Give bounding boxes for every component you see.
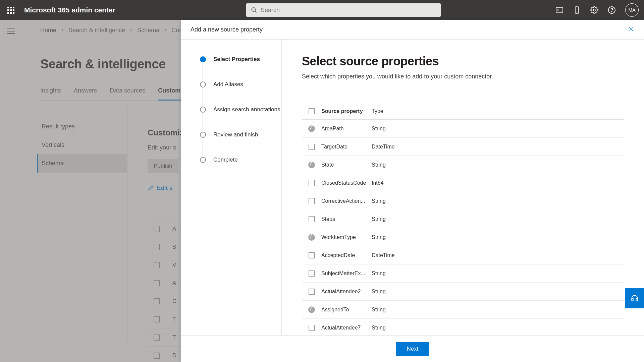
checkmark-locked-icon — [308, 306, 315, 313]
help-icon[interactable] — [608, 6, 616, 14]
svg-line-1 — [255, 11, 257, 12]
property-name: Steps — [321, 216, 372, 222]
step-label: Select Properties — [213, 56, 260, 63]
property-type: String — [372, 307, 386, 313]
property-type: DateTime — [372, 252, 395, 258]
property-type: String — [372, 325, 386, 331]
row-checkbox[interactable] — [309, 252, 315, 258]
content-subtitle: Select which properties you would like t… — [302, 73, 624, 80]
search-box[interactable] — [246, 3, 441, 17]
svg-point-7 — [611, 11, 612, 12]
property-type: Int64 — [372, 180, 384, 186]
step-label: Add Aliases — [213, 81, 243, 88]
property-type: String — [372, 198, 386, 204]
property-row: StateString — [302, 156, 624, 174]
checkmark-locked-icon — [308, 234, 315, 241]
flyout-footer: Next — [181, 335, 644, 362]
property-row: CorrectiveAction...String — [302, 192, 624, 210]
svg-point-5 — [593, 9, 595, 11]
row-checkbox[interactable] — [309, 216, 315, 222]
column-header-source-property: Source property — [321, 108, 372, 114]
property-row: ActualAttendee7String — [302, 319, 624, 335]
feedback-button[interactable] — [625, 288, 644, 308]
property-row: AreaPathString — [302, 120, 624, 138]
page-body: Home Search & intelligence Schema Conn… … — [0, 20, 644, 362]
property-name: AreaPath — [321, 126, 372, 132]
step-item[interactable]: Assign search annotations — [200, 107, 281, 132]
column-header-type: Type — [372, 108, 383, 114]
step-dot-icon — [200, 81, 206, 87]
property-type: DateTime — [372, 144, 395, 150]
property-row: ActualAttendee2String — [302, 283, 624, 301]
flyout-body: Select PropertiesAdd AliasesAssign searc… — [181, 40, 644, 335]
app-title: Microsoft 365 admin center — [24, 6, 115, 14]
step-item[interactable]: Complete — [200, 157, 281, 163]
headset-icon — [630, 294, 639, 303]
svg-rect-2 — [556, 7, 563, 13]
property-name: ActualAttendee7 — [321, 325, 372, 331]
table-header-row: Source property Type — [302, 103, 624, 120]
property-name: AcceptedDate — [321, 252, 372, 258]
step-dot-icon — [200, 157, 206, 163]
flyout-panel: Add a new source property Select Propert… — [181, 20, 644, 362]
row-checkbox[interactable] — [309, 198, 315, 204]
checkmark-locked-icon — [308, 162, 315, 168]
flyout-title: Add a new source property — [191, 26, 263, 33]
row-checkbox[interactable] — [309, 289, 315, 295]
svg-point-0 — [252, 8, 255, 11]
property-type: String — [372, 289, 386, 295]
search-icon — [251, 7, 257, 13]
property-row: AcceptedDateDateTime — [302, 246, 624, 264]
row-checkbox[interactable] — [309, 270, 315, 277]
property-row: ClosedStatusCodeInt64 — [302, 174, 624, 192]
row-checkbox[interactable] — [309, 144, 315, 150]
property-row: TargetDateDateTime — [302, 138, 624, 156]
step-dot-icon — [200, 132, 206, 138]
close-button[interactable] — [628, 26, 635, 34]
property-type: String — [372, 126, 386, 132]
property-row: AssignedToString — [302, 301, 624, 319]
flyout-header: Add a new source property — [181, 20, 644, 40]
step-label: Complete — [213, 157, 238, 163]
row-checkbox[interactable] — [309, 325, 315, 331]
checkmark-locked-icon — [308, 125, 315, 132]
row-checkbox[interactable] — [309, 180, 315, 186]
property-row: WorkItemTypeString — [302, 228, 624, 246]
step-label: Review and finish — [213, 131, 258, 138]
mobile-icon[interactable] — [573, 6, 581, 14]
property-name: SubjectMatterEx... — [321, 270, 372, 277]
property-type: String — [372, 234, 386, 240]
step-item[interactable]: Select Properties — [200, 56, 281, 81]
property-name: State — [321, 162, 372, 168]
property-name: ActualAttendee2 — [321, 289, 372, 295]
property-type: String — [372, 216, 386, 222]
step-item[interactable]: Review and finish — [200, 132, 281, 157]
property-type: String — [372, 162, 386, 168]
close-icon — [628, 26, 635, 33]
property-name: ClosedStatusCode — [321, 180, 372, 186]
select-all-checkbox[interactable] — [309, 108, 315, 114]
property-name: WorkItemType — [321, 234, 372, 240]
stepper: Select PropertiesAdd AliasesAssign searc… — [181, 40, 282, 335]
step-dot-icon — [200, 107, 206, 113]
property-name: CorrectiveAction... — [321, 198, 372, 204]
property-name: TargetDate — [321, 144, 372, 150]
step-item[interactable]: Add Aliases — [200, 81, 281, 107]
content-title: Select source properties — [302, 54, 624, 68]
avatar[interactable]: MA — [625, 3, 639, 17]
property-table: Source property Type AreaPathStringTarge… — [302, 103, 624, 335]
gear-icon[interactable] — [590, 6, 598, 14]
app-launcher-icon[interactable] — [5, 5, 16, 15]
property-type: String — [372, 270, 386, 277]
step-dot-icon — [200, 56, 206, 62]
shell-prompt-icon[interactable] — [555, 6, 564, 14]
property-row: SubjectMatterEx...String — [302, 264, 624, 283]
property-row: StepsString — [302, 210, 624, 228]
step-label: Assign search annotations — [213, 106, 280, 113]
property-name: AssignedTo — [321, 307, 372, 313]
search-input[interactable] — [261, 7, 436, 14]
top-bar: Microsoft 365 admin center MA — [0, 0, 644, 20]
next-button[interactable]: Next — [396, 342, 429, 356]
flyout-content: Select source properties Select which pr… — [282, 40, 644, 335]
